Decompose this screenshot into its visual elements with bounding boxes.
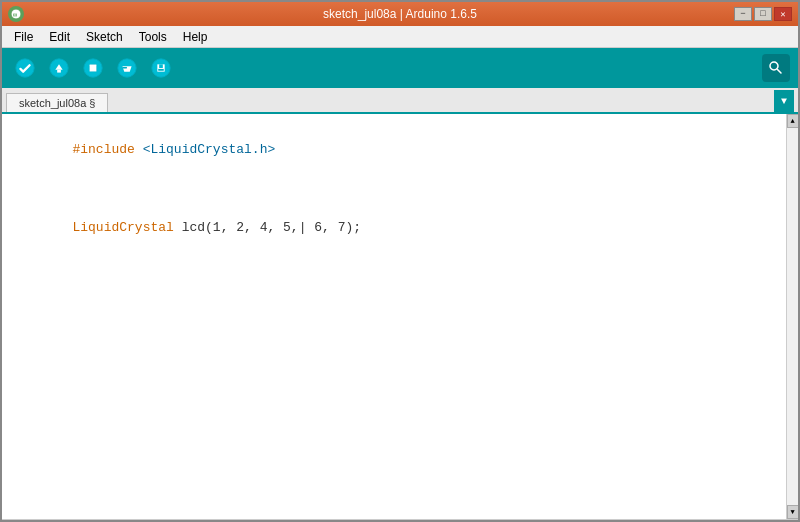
tab-dropdown[interactable]: ▼ — [774, 90, 794, 112]
svg-point-13 — [770, 62, 778, 70]
bottom-bar — [2, 519, 798, 520]
search-button[interactable] — [762, 54, 790, 82]
new-button[interactable] — [78, 53, 108, 83]
menu-tools[interactable]: Tools — [131, 28, 175, 46]
open-button[interactable] — [112, 53, 142, 83]
menu-sketch[interactable]: Sketch — [78, 28, 131, 46]
arduino-icon: ∞ — [8, 6, 24, 22]
window-controls: − □ ✕ — [734, 7, 792, 21]
svg-point-2 — [16, 59, 34, 77]
verify-button[interactable] — [10, 53, 40, 83]
toolbar-right — [762, 54, 790, 82]
code-lcd-call: lcd(1, 2, 4, 5,| 6, 7); — [174, 220, 361, 235]
tab-label: sketch_jul08a § — [19, 97, 95, 109]
minimize-button[interactable]: − — [734, 7, 752, 21]
scroll-up-button[interactable]: ▲ — [787, 114, 799, 128]
title-bar: ∞ sketch_jul08a | Arduino 1.6.5 − □ ✕ — [2, 2, 798, 26]
svg-rect-12 — [158, 69, 164, 71]
tab-sketch[interactable]: sketch_jul08a § — [6, 93, 108, 112]
app-window: ∞ sketch_jul08a | Arduino 1.6.5 − □ ✕ Fi… — [0, 0, 800, 522]
keyword-include: #include — [72, 142, 134, 157]
svg-rect-9 — [122, 67, 127, 68]
classname-liquidcrystal: LiquidCrystal — [72, 220, 173, 235]
svg-rect-11 — [159, 64, 163, 68]
toolbar — [2, 48, 798, 88]
editor-area[interactable]: #include <LiquidCrystal.h> LiquidCrystal… — [2, 114, 798, 519]
dropdown-arrow: ▼ — [781, 96, 787, 107]
scrollbar[interactable]: ▲ ▼ — [786, 114, 798, 519]
close-button[interactable]: ✕ — [774, 7, 792, 21]
svg-line-14 — [778, 70, 782, 74]
menu-edit[interactable]: Edit — [41, 28, 78, 46]
tab-bar: sketch_jul08a § ▼ — [2, 88, 798, 114]
svg-rect-7 — [89, 64, 96, 71]
title-bar-left: ∞ — [8, 6, 24, 22]
menu-help[interactable]: Help — [175, 28, 216, 46]
header-liquidcrystal: <LiquidCrystal.h> — [143, 142, 276, 157]
window-title: sketch_jul08a | Arduino 1.6.5 — [323, 7, 477, 21]
code-line-2 — [10, 179, 790, 199]
scroll-down-button[interactable]: ▼ — [787, 505, 799, 519]
svg-text:∞: ∞ — [13, 11, 17, 19]
menu-file[interactable]: File — [6, 28, 41, 46]
upload-button[interactable] — [44, 53, 74, 83]
code-editor[interactable]: #include <LiquidCrystal.h> LiquidCrystal… — [2, 114, 798, 519]
code-line-1: #include <LiquidCrystal.h> — [10, 120, 790, 179]
menu-bar: File Edit Sketch Tools Help — [2, 26, 798, 48]
svg-rect-5 — [57, 70, 61, 73]
code-line-3: LiquidCrystal lcd(1, 2, 4, 5,| 6, 7); — [10, 198, 790, 257]
save-button[interactable] — [146, 53, 176, 83]
restore-button[interactable]: □ — [754, 7, 772, 21]
